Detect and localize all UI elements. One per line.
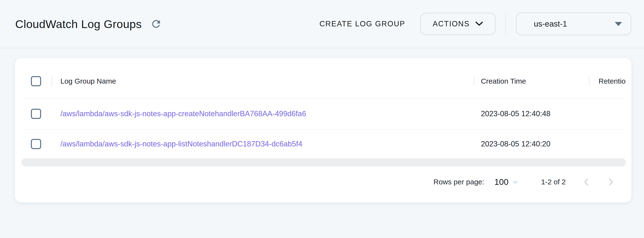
previous-page-button[interactable] [581,176,592,188]
refresh-button[interactable] [149,17,163,31]
creation-time-cell: 2023-08-05 12:40:20 [474,130,589,158]
region-selector[interactable]: us-east-1 [516,12,631,35]
refresh-icon [150,18,162,30]
header-cell-retention: Retentio [589,64,632,98]
creation-time-cell: 2023-08-05 12:40:48 [474,98,589,129]
cloudwatch-log-groups-screen: CloudWatch Log Groups CREATE LOG GROUP A… [0,0,644,238]
topbar-divider [506,13,506,34]
log-group-name-cell: /aws/lambda/aws-sdk-js-notes-app-createN… [52,98,474,129]
rows-per-page-value: 100 [494,177,508,187]
row-checkbox[interactable] [31,139,41,149]
retention-cell [589,98,632,129]
pagination-bar: Rows per page: 100 1-2 of 2 [15,166,632,202]
caret-down-icon [615,22,622,26]
header-cell-log-group-name: Log Group Name [52,64,474,98]
rows-per-page-select[interactable]: 100 [494,177,518,187]
column-header-label: Log Group Name [60,77,116,85]
chevron-left-icon [582,177,592,187]
rows-per-page-label: Rows per page: [434,178,484,186]
log-group-name-cell: /aws/lambda/aws-sdk-js-notes-app-listNot… [52,130,474,158]
chevron-down-icon [475,22,483,26]
column-header-label: Retentio [598,77,626,85]
caret-down-icon [513,181,518,184]
actions-button-label: ACTIONS [432,20,470,28]
creation-time-value: 2023-08-05 12:40:20 [481,140,550,148]
column-header-label: Creation Time [481,77,526,85]
next-page-button[interactable] [605,176,616,188]
log-group-link[interactable]: /aws/lambda/aws-sdk-js-notes-app-listNot… [60,140,302,148]
creation-time-value: 2023-08-05 12:40:48 [481,110,550,118]
log-groups-card: Log Group Name Creation Time Retentio /a… [15,58,632,202]
horizontal-scrollbar[interactable] [21,158,626,166]
table-row: /aws/lambda/aws-sdk-js-notes-app-createN… [15,98,632,129]
row-checkbox-cell [15,130,52,158]
header-cell-creation-time: Creation Time [474,64,589,98]
table-header-row: Log Group Name Creation Time Retentio [15,58,632,98]
log-group-link[interactable]: /aws/lambda/aws-sdk-js-notes-app-createN… [60,110,306,118]
page-title: CloudWatch Log Groups [15,18,142,31]
top-bar: CloudWatch Log Groups CREATE LOG GROUP A… [0,0,644,48]
actions-button[interactable]: ACTIONS [420,13,496,35]
row-checkbox[interactable] [31,109,41,119]
chevron-right-icon [606,177,616,187]
retention-cell [589,130,632,158]
page-range-label: 1-2 of 2 [541,178,566,186]
select-all-checkbox[interactable] [31,76,41,86]
region-selector-value: us-east-1 [534,19,567,28]
header-checkbox-cell [15,64,52,98]
table-row: /aws/lambda/aws-sdk-js-notes-app-listNot… [15,130,632,158]
row-checkbox-cell [15,98,52,129]
create-log-group-button[interactable]: CREATE LOG GROUP [320,20,405,28]
